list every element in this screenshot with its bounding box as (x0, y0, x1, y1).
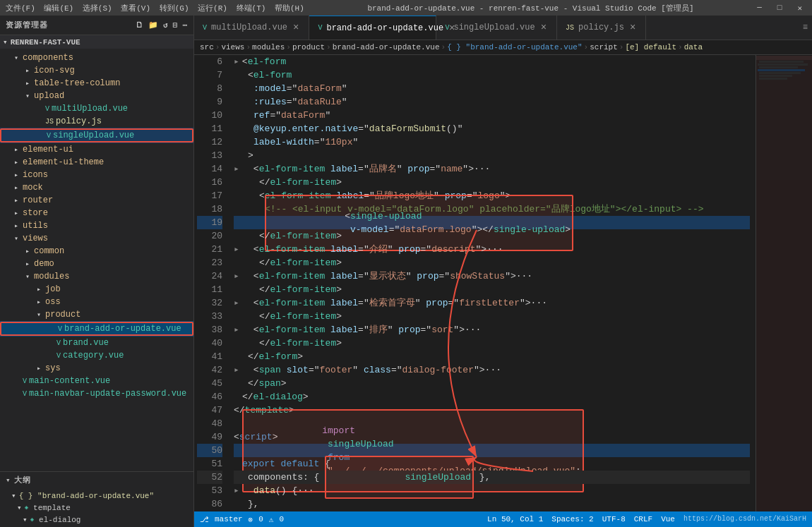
sidebar-item-oss[interactable]: ▸ oss (0, 296, 193, 308)
code-line-50: import singleUpload from "../../../compo… (234, 444, 750, 457)
folder-label: product (45, 310, 80, 320)
sidebar-item-sys[interactable]: ▸ sys (0, 362, 193, 375)
code-editor: 6 7 8 9 10 11 12 13 14 16 17 18 19 20 21… (194, 55, 812, 511)
language-label[interactable]: Vue (661, 515, 675, 523)
menu-view[interactable]: 查看(V) (121, 4, 150, 13)
template-icon: ◈ (25, 504, 28, 511)
sidebar-item-modules[interactable]: ▾ modules (0, 270, 193, 283)
sidebar-item-store[interactable]: ▸ store (0, 207, 193, 219)
sidebar-item-brand[interactable]: V brand.vue (0, 337, 193, 349)
menu-file[interactable]: 文件(F) (6, 4, 35, 13)
more-actions-icon[interactable]: ⋯ (182, 20, 188, 30)
sidebar-item-brand-add-or-update[interactable]: V brand-add-or-update.vue (0, 321, 193, 337)
breadcrumb-modules[interactable]: modules (252, 43, 285, 52)
encoding-label[interactable]: UTF-8 (602, 515, 626, 523)
menu-goto[interactable]: 转到(G) (160, 4, 189, 13)
menu-edit[interactable]: 编辑(E) (44, 4, 73, 13)
sidebar-item-router[interactable]: ▸ router (0, 194, 193, 207)
breadcrumb-object[interactable]: { } "brand-add-or-update.vue" (447, 43, 582, 52)
position-label[interactable]: Ln 50, Col 1 (487, 515, 543, 523)
file-label: multiUpload.vue (52, 104, 128, 114)
tab-multiupload[interactable]: V multiUpload.vue × (194, 16, 309, 40)
project-root[interactable]: ▾ RENREN-FAST-VUE (0, 35, 193, 49)
fold-arrow[interactable]: ▸ (234, 55, 239, 68)
menu-help[interactable]: 帮助(H) (275, 4, 304, 13)
breadcrumb-data[interactable]: data (684, 43, 703, 52)
new-folder-icon[interactable]: 📁 (148, 20, 159, 30)
editor-area: V multiUpload.vue × V brand-add-or-updat… (194, 16, 812, 527)
code-line: </el-form-item> (234, 283, 750, 296)
outline-item-root[interactable]: ▾ { } "brand-add-or-update.vue" (0, 490, 193, 502)
folder-label: oss (45, 297, 61, 307)
code-line: > (234, 149, 750, 162)
code-line: <el-form (234, 68, 750, 82)
outline-header[interactable]: ▾ 大纲 (0, 472, 193, 488)
code-line: </el-form-item> (234, 337, 750, 350)
menu-select[interactable]: 选择(S) (83, 4, 112, 13)
sidebar-item-demo[interactable]: ▸ demo (0, 258, 193, 270)
line-ending-label[interactable]: CRLF (634, 515, 652, 523)
breadcrumb-src[interactable]: src (200, 43, 214, 52)
close-btn[interactable]: ✕ (793, 4, 806, 13)
tab-label: brand-add-or-update.vue (326, 23, 443, 33)
sidebar-item-job[interactable]: ▸ job (0, 283, 193, 296)
sidebar-item-components[interactable]: ▾ components (0, 52, 193, 64)
outline-item-template[interactable]: ▾ ◈ template (0, 502, 193, 514)
menu-terminal[interactable]: 终端(T) (237, 4, 266, 13)
breadcrumb-product[interactable]: product (292, 43, 325, 52)
fold-arrow-24[interactable]: ▸ (234, 269, 239, 283)
sidebar-item-views[interactable]: ▾ views (0, 232, 193, 245)
tab-overflow-menu[interactable]: ≡ (799, 16, 812, 40)
fold-arrow-32[interactable]: ▸ (234, 296, 239, 310)
code-content[interactable]: ▸ <el-form <el-form :model="dataForm" (228, 55, 756, 511)
breadcrumb-views[interactable]: views (221, 43, 244, 52)
sidebar-item-policy[interactable]: JS policy.js (0, 115, 193, 128)
outline-item-eldialog[interactable]: ▾ ◈ el-dialog (0, 514, 193, 526)
sidebar-item-element-ui-theme[interactable]: ▸ element-ui-theme (0, 156, 193, 169)
fold-arrow-53[interactable]: ▸ (234, 484, 239, 497)
collapse-icon[interactable]: ⊟ (173, 20, 179, 30)
sidebar-item-common[interactable]: ▸ common (0, 245, 193, 258)
tab-close-btn[interactable]: × (628, 22, 637, 33)
window-controls: ─ □ ✕ (753, 4, 806, 13)
sidebar-item-element-ui[interactable]: ▸ element-ui (0, 143, 193, 156)
tab-brand-add-or-update[interactable]: V brand-add-or-update.vue × (309, 16, 436, 40)
fold-arrow-42[interactable]: ▸ (234, 363, 239, 377)
sidebar-item-upload[interactable]: ▾ upload (0, 90, 193, 102)
new-file-icon[interactable]: 🗋 (136, 20, 144, 30)
sidebar-item-icons[interactable]: ▸ icons (0, 169, 193, 181)
sidebar-item-category[interactable]: V category.vue (0, 349, 193, 362)
sidebar-item-product[interactable]: ▾ product (0, 308, 193, 321)
fold-arrow-38[interactable]: ▸ (234, 323, 239, 337)
outline-panel: ▾ 大纲 ▾ { } "brand-add-or-update.vue" ▾ ◈… (0, 471, 193, 527)
breadcrumb-script[interactable]: script (590, 43, 618, 52)
breadcrumb-file[interactable]: brand-add-or-update.vue (333, 43, 440, 52)
breadcrumb-default[interactable]: [e] default (625, 43, 676, 52)
vue-icon: V (445, 24, 449, 32)
minimize-btn[interactable]: ─ (753, 4, 766, 13)
spaces-label[interactable]: Spaces: 2 (551, 515, 593, 523)
fold-arrow-21[interactable]: ▸ (234, 243, 239, 256)
tab-singleupload[interactable]: V singleUpload.vue × (436, 16, 557, 40)
fold-arrow-87[interactable]: ▸ (234, 511, 239, 511)
sidebar-item-mock[interactable]: ▸ mock (0, 181, 193, 194)
sidebar-item-table-tree[interactable]: ▸ table-tree-column (0, 77, 193, 90)
sidebar-item-multiupload[interactable]: V multiUpload.vue (0, 102, 193, 115)
sidebar-item-main-content[interactable]: V main-content.vue (0, 375, 193, 387)
code-line: }, (234, 497, 750, 511)
sidebar-item-utils[interactable]: ▸ utils (0, 219, 193, 232)
maximize-btn[interactable]: □ (773, 4, 787, 13)
tab-policy[interactable]: JS policy.js × (557, 16, 646, 40)
sidebar-item-main-navbar[interactable]: V main-navbar-update-password.vue (0, 387, 193, 400)
refresh-icon[interactable]: ↺ (163, 20, 169, 30)
sidebar-item-singleupload[interactable]: V singleUpload.vue (0, 128, 193, 143)
tab-close-btn[interactable]: × (539, 22, 548, 33)
folder-label: components (23, 53, 73, 63)
menu-run[interactable]: 运行(R) (198, 4, 227, 13)
chevron-down-icon: ▾ (6, 475, 11, 485)
sidebar-item-icon-svg[interactable]: ▸ icon-svg (0, 64, 193, 77)
fold-arrow-14[interactable]: ▸ (234, 162, 239, 176)
git-branch-label[interactable]: master (215, 515, 243, 523)
folder-label: element-ui-theme (23, 157, 104, 167)
tab-close-btn[interactable]: × (292, 22, 300, 33)
